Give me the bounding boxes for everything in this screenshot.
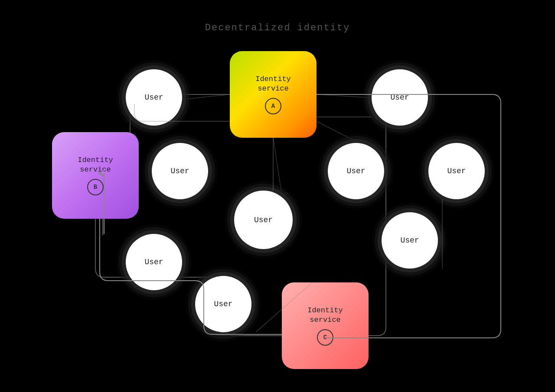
- diagram-container: Decentralized identity Identity ser: [0, 0, 555, 392]
- user-node-4: User: [234, 191, 293, 249]
- service-b-label: Identity service: [78, 156, 113, 175]
- service-a-badge: A: [265, 98, 281, 114]
- user-node-6: User: [428, 143, 485, 199]
- identity-service-c: Identity service C: [282, 282, 369, 369]
- user-6-label: User: [447, 167, 466, 175]
- user-node-5: User: [328, 143, 384, 199]
- user-node-1: User: [126, 69, 182, 126]
- user-7-label: User: [144, 258, 163, 266]
- user-4-label: User: [254, 216, 273, 224]
- user-node-7: User: [126, 234, 182, 290]
- user-node-2: User: [372, 69, 428, 126]
- user-node-9: User: [382, 212, 438, 269]
- user-node-3: User: [152, 143, 208, 199]
- user-node-8: User: [195, 276, 251, 332]
- identity-service-a: Identity service A: [230, 51, 317, 138]
- user-3-label: User: [170, 167, 189, 175]
- user-9-label: User: [400, 236, 419, 245]
- service-b-badge: B: [87, 179, 104, 195]
- page-title: Decentralized identity: [205, 23, 350, 33]
- svg-line-2: [273, 138, 282, 195]
- service-a-label: Identity service: [255, 75, 291, 94]
- user-1-label: User: [144, 93, 163, 102]
- service-c-badge: C: [317, 329, 333, 346]
- service-c-label: Identity service: [307, 306, 343, 325]
- user-5-label: User: [346, 167, 365, 175]
- user-8-label: User: [214, 300, 232, 308]
- identity-service-b: Identity service B: [52, 132, 139, 219]
- user-2-label: User: [390, 93, 409, 102]
